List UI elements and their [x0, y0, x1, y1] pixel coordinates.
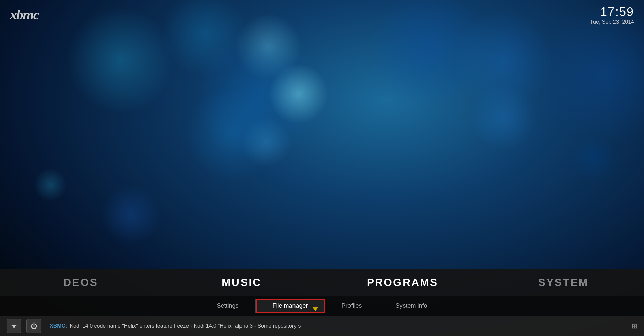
nav-label-programs: PROGRAMS: [367, 276, 438, 289]
ticker-prefix: XBMC:: [50, 323, 67, 329]
subnav-settings-label: Settings: [217, 302, 238, 309]
nav-item-system[interactable]: SYSTEM: [483, 269, 644, 296]
nav-label-music: MUSIC: [222, 276, 261, 289]
subnav-system-info[interactable]: System info: [379, 299, 444, 313]
subnav-system-info-label: System info: [396, 302, 427, 309]
favorites-button[interactable]: ★: [7, 319, 21, 333]
subnav-file-manager-label: File manager: [272, 302, 308, 309]
main-nav: DEOS MUSIC PROGRAMS SYSTEM: [0, 269, 644, 296]
ticker-text: Kodi 14.0 code name "Helix" enters featu…: [70, 323, 301, 329]
nav-item-programs[interactable]: PROGRAMS: [322, 269, 483, 296]
clock-date: Tue, Sep 23, 2014: [590, 19, 634, 25]
app-logo: xbmc: [10, 7, 39, 23]
star-icon: ★: [11, 322, 17, 330]
subnav-profiles[interactable]: Profiles: [325, 299, 379, 313]
subnav-settings[interactable]: Settings: [200, 299, 256, 313]
cursor-arrow-icon: [313, 307, 318, 311]
nav-label-system: SYSTEM: [538, 276, 589, 289]
ticker-area: XBMC: Kodi 14.0 code name "Helix" enters…: [50, 323, 627, 329]
nav-item-music[interactable]: MUSIC: [161, 269, 322, 296]
subnav-file-manager[interactable]: File manager: [256, 299, 325, 313]
logo-text: xbmc: [10, 7, 39, 22]
bottom-bar: ★ ⏻ XBMC: Kodi 14.0 code name "Helix" en…: [0, 316, 644, 336]
subnav-profiles-label: Profiles: [342, 302, 362, 309]
power-button[interactable]: ⏻: [26, 319, 41, 333]
nav-item-videos[interactable]: DEOS: [0, 269, 161, 296]
sub-nav: Settings File manager Profiles System in…: [0, 296, 644, 316]
nav-items: DEOS MUSIC PROGRAMS SYSTEM: [0, 269, 644, 296]
clock-time: 17:59: [590, 5, 634, 19]
sub-nav-items: Settings File manager Profiles System in…: [200, 299, 444, 313]
nav-label-videos: DEOS: [63, 276, 98, 289]
clock-area: 17:59 Tue, Sep 23, 2014: [590, 5, 634, 25]
power-icon: ⏻: [31, 322, 37, 330]
rss-icon: ⊞: [632, 322, 637, 330]
